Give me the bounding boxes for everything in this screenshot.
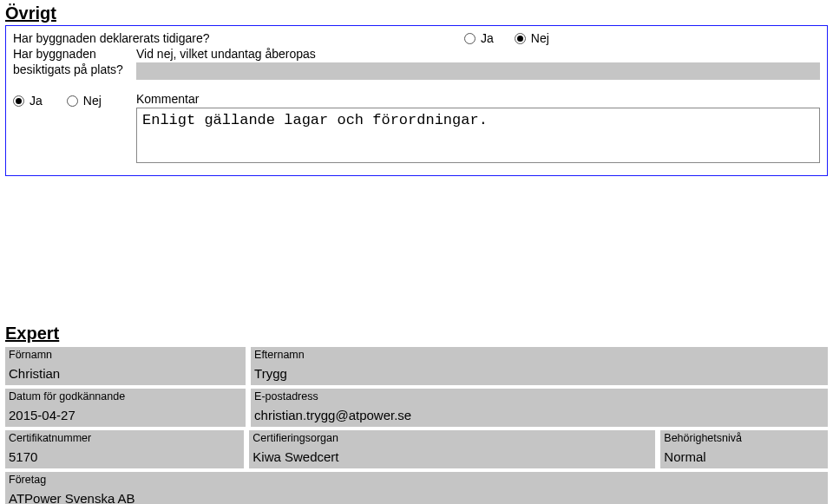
radio-label-yes: Ja [481,31,494,45]
lastname-value: Trygg [251,363,828,385]
cert-body-label: Certifieringsorgan [249,430,655,446]
cert-body-cell: Certifieringsorgan Kiwa Swedcert [249,430,655,468]
radio-label-yes: Ja [30,94,43,108]
company-label: Företag [5,472,828,488]
expert-section: Expert Förnamn Christian Efternamn Trygg… [5,324,828,504]
auth-level-cell: Behörighetsnivå Normal [660,430,828,468]
lastname-label: Efternamn [251,347,828,363]
comment-label: Kommentar [136,92,820,106]
ovrigt-title: Övrigt [5,3,828,23]
approval-date-value: 2015-04-27 [5,404,246,427]
inspected-radio-no[interactable]: Nej [67,94,102,108]
declared-radio-group: Ja Nej [464,31,549,45]
comment-field[interactable]: Enligt gällande lagar och förordningar. [136,108,820,163]
expert-rows: Förnamn Christian Efternamn Trygg Datum … [5,347,828,504]
declared-row: Har byggnaden deklarerats tidigare? Ja N… [13,31,820,45]
firstname-label: Förnamn [5,347,246,363]
ovrigt-box: Har byggnaden deklarerats tidigare? Ja N… [5,25,828,176]
expert-row-company: Företag ATPower Svenska AB [5,472,828,504]
auth-level-value: Normal [660,446,828,468]
radio-label-no: Nej [83,94,102,108]
cert-no-label: Certifikatnummer [5,430,244,446]
cert-no-value: 5170 [5,446,244,468]
comment-col: Kommentar Enligt gällande lagar och föro… [136,92,820,163]
approval-date-label: Datum för godkännande [5,389,246,404]
radio-label-no: Nej [531,31,549,45]
radio-circle-icon [13,95,24,107]
auth-level-label: Behörighetsnivå [660,430,828,446]
radio-circle-icon [464,33,476,44]
firstname-cell: Förnamn Christian [5,347,246,385]
expert-title: Expert [5,324,828,344]
company-cell: Företag ATPower Svenska AB [5,472,828,504]
inspected-radio-group: Ja Nej [13,92,124,108]
radio-dot-icon [517,36,523,42]
radio-circle-icon [67,95,78,107]
radio-dot-icon [16,98,22,104]
email-label: E-postadress [251,389,828,404]
expert-row-date-email: Datum för godkännande 2015-04-27 E-posta… [5,389,828,427]
cert-no-cell: Certifikatnummer 5170 [5,430,244,468]
email-value: christian.trygg@atpower.se [251,404,828,427]
inspected-comment-row: Ja Nej Kommentar Enligt gällande lagar o… [13,92,820,163]
declared-radio-no[interactable]: Nej [515,31,549,45]
inspected-question: Har byggnaden besiktigats på plats? [13,47,124,77]
firstname-value: Christian [5,363,246,385]
declared-radio-yes[interactable]: Ja [464,31,494,45]
inspected-exemption-row: Har byggnaden besiktigats på plats? Vid … [13,47,820,80]
inspected-radio-yes[interactable]: Ja [13,94,43,108]
declared-question: Har byggnaden deklarerats tidigare? [13,31,464,45]
approval-date-cell: Datum för godkännande 2015-04-27 [5,389,246,427]
radio-circle-icon [515,33,526,44]
email-cell: E-postadress christian.trygg@atpower.se [251,389,828,427]
cert-body-value: Kiwa Swedcert [249,446,655,468]
company-value: ATPower Svenska AB [5,488,828,504]
expert-row-name: Förnamn Christian Efternamn Trygg [5,347,828,385]
lastname-cell: Efternamn Trygg [251,347,828,385]
exemption-label: Vid nej, vilket undantag åberopas [136,47,820,61]
expert-row-cert: Certifikatnummer 5170 Certifieringsorgan… [5,430,828,468]
exemption-col: Vid nej, vilket undantag åberopas [136,47,820,80]
exemption-field[interactable] [136,62,820,80]
